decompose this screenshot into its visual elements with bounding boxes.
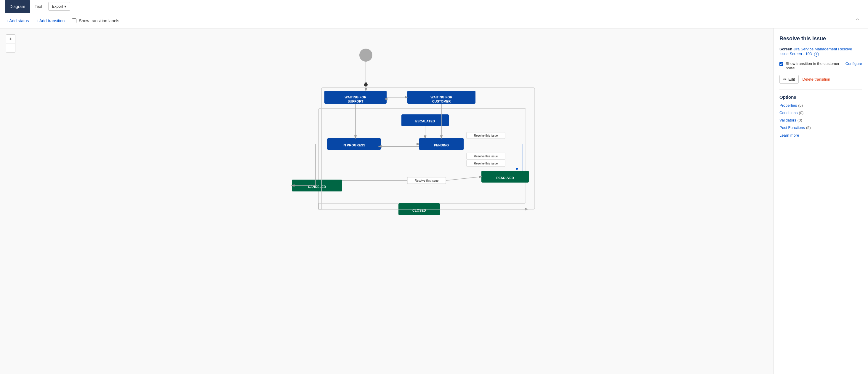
edit-button[interactable]: ✏ Edit <box>779 75 799 84</box>
start-node <box>359 49 372 62</box>
properties-link[interactable]: Properties <box>779 103 797 107</box>
screen-label: Screen <box>779 47 792 51</box>
resolve-label1: Resolve this issue <box>474 134 498 137</box>
edit-label: Edit <box>788 77 795 82</box>
export-label: Export <box>52 4 63 9</box>
pencil-icon: ✏ <box>783 77 786 82</box>
option-properties: Properties (5) <box>779 103 862 107</box>
panel-divider <box>779 90 862 90</box>
resolved-label: RESOLVED <box>496 176 514 180</box>
resolve-resolved-arrow <box>446 177 482 181</box>
workflow-diagram: WAITING FOR SUPPORT WAITING FOR CUSTOMER… <box>224 34 550 218</box>
portal-checkbox[interactable] <box>779 62 783 66</box>
toolbar: + Add status + Add transition Show trans… <box>0 13 868 28</box>
resolve-label3: Resolve this issue <box>474 162 498 165</box>
show-labels-checkbox[interactable] <box>72 19 76 23</box>
waiting-customer-label: WAITING FOR <box>430 95 452 99</box>
option-validators: Validators (0) <box>779 118 862 122</box>
options-title: Options <box>779 95 862 100</box>
validators-count: (0) <box>798 118 802 122</box>
add-transition-button[interactable]: + Add transition <box>36 19 65 23</box>
validators-link[interactable]: Validators <box>779 118 796 122</box>
escalated-label: ESCALATED <box>415 119 435 123</box>
post-functions-link[interactable]: Post Functions <box>779 125 805 130</box>
tab-text[interactable]: Text <box>30 0 47 13</box>
selected-arrow-head <box>516 168 519 171</box>
post-functions-count: (5) <box>806 125 811 130</box>
show-labels-text: Show transition labels <box>79 19 119 23</box>
resolve-label4: Resolve this issue <box>415 179 439 182</box>
properties-count: (5) <box>798 103 803 107</box>
tab-diagram[interactable]: Diagram <box>5 0 30 13</box>
delete-link[interactable]: Delete transition <box>802 77 830 82</box>
zoom-out-button[interactable]: − <box>6 43 15 53</box>
option-conditions: Conditions (0) <box>779 111 862 115</box>
tab-bar: Diagram Text Export ▾ <box>0 0 868 13</box>
show-labels-label[interactable]: Show transition labels <box>72 19 119 23</box>
portal-label: Show transition in the customer portal <box>786 61 843 70</box>
diagram-canvas[interactable]: + − WAITING FOR SUPPORT WAITING FOR CUST… <box>0 28 773 374</box>
resolve-label2: Resolve this issue <box>474 155 498 158</box>
panel-btn-row: ✏ Edit Delete transition <box>779 75 862 84</box>
right-panel: Resolve this issue Screen Jira Service M… <box>773 28 868 374</box>
connector-dot <box>364 83 368 87</box>
conditions-count: (0) <box>799 111 803 115</box>
zoom-controls: + − <box>6 34 16 53</box>
ip-canceled-line <box>292 144 327 186</box>
zoom-in-button[interactable]: + <box>6 35 15 43</box>
portal-checkbox-row: Show transition in the customer portal C… <box>779 61 862 70</box>
learn-more-link[interactable]: Learn more <box>779 133 799 137</box>
screen-row: Screen Jira Service Management Resolve I… <box>779 46 862 57</box>
configure-link[interactable]: Configure <box>845 61 862 66</box>
main-area: + − WAITING FOR SUPPORT WAITING FOR CUST… <box>0 28 868 374</box>
chevron-down-icon: ▾ <box>64 4 66 9</box>
pending-label: PENDING <box>434 144 449 147</box>
export-button[interactable]: Export ▾ <box>48 2 70 11</box>
add-status-button[interactable]: + Add status <box>6 19 29 23</box>
info-icon[interactable]: i <box>814 52 819 57</box>
conditions-link[interactable]: Conditions <box>779 111 798 115</box>
panel-title: Resolve this issue <box>779 36 862 42</box>
option-post-functions: Post Functions (5) <box>779 125 862 130</box>
waiting-support-label2: SUPPORT <box>347 100 363 103</box>
in-progress-label: IN PROGRESS <box>343 144 365 147</box>
collapse-button[interactable]: ⌃ <box>853 16 862 25</box>
waiting-support-label: WAITING FOR <box>344 95 366 99</box>
waiting-customer-label2: CUSTOMER <box>432 100 451 103</box>
options-list: Properties (5) Conditions (0) Validators… <box>779 103 862 130</box>
